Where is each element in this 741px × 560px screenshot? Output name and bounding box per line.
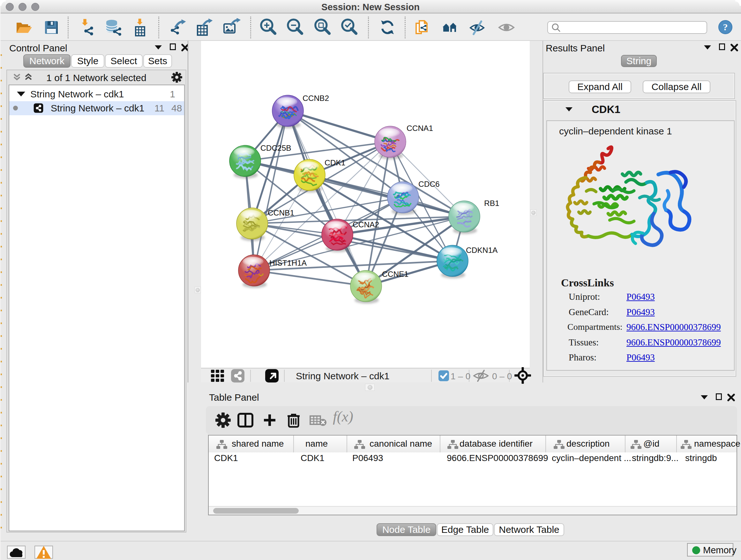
- svg-text:RB1: RB1: [484, 199, 499, 207]
- svg-text:CDC25B: CDC25B: [260, 144, 291, 152]
- svg-text:CCNA1: CCNA1: [407, 124, 433, 132]
- svg-text:CDKN1A: CDKN1A: [466, 246, 498, 254]
- svg-text:CCNB1: CCNB1: [268, 208, 294, 217]
- svg-text:?: ?: [723, 22, 728, 32]
- svg-text:CCNA2: CCNA2: [353, 220, 379, 229]
- svg-text:CCNE1: CCNE1: [382, 270, 408, 278]
- svg-text:HIST1H1A: HIST1H1A: [269, 259, 307, 267]
- svg-text:CDK1: CDK1: [325, 159, 345, 167]
- svg-text:CCNB2: CCNB2: [302, 94, 329, 103]
- svg-text:CDC6: CDC6: [418, 180, 440, 188]
